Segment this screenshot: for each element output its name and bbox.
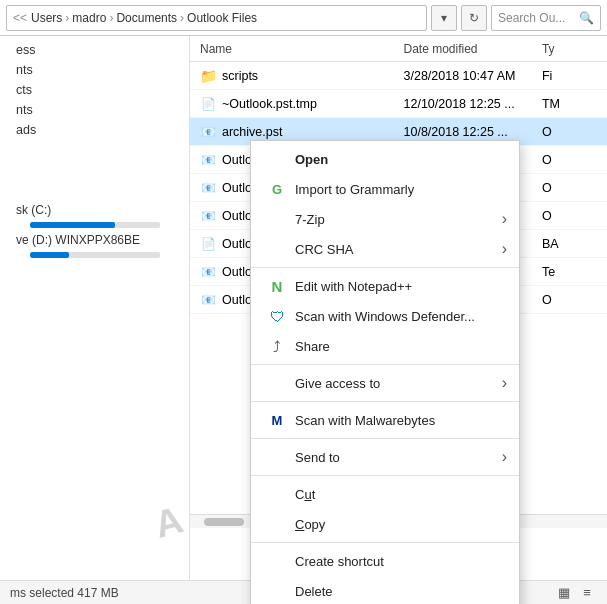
- pst-icon: 📧: [200, 208, 216, 224]
- ctx-notepad-label: Edit with Notepad++: [295, 279, 503, 294]
- refresh-button[interactable]: ↻: [461, 5, 487, 31]
- ctx-malware-label: Scan with Malwarebytes: [295, 413, 503, 428]
- cut-icon: [267, 484, 287, 504]
- file-type: O: [542, 293, 607, 307]
- delete-icon: [267, 581, 287, 601]
- tmp-icon: 📄: [200, 236, 216, 252]
- file-type: TM: [542, 97, 607, 111]
- ctx-send-to[interactable]: Send to: [251, 442, 519, 472]
- column-headers: Name Date modified Ty: [190, 36, 607, 62]
- file-type: O: [542, 125, 607, 139]
- sidebar-item-nts2[interactable]: nts: [0, 100, 189, 120]
- hscroll-thumb[interactable]: [204, 518, 244, 526]
- col-header-date[interactable]: Date modified: [404, 42, 542, 56]
- grammarly-icon: G: [267, 179, 287, 199]
- ctx-defender-label: Scan with Windows Defender...: [295, 309, 503, 324]
- pst-icon: 📧: [200, 180, 216, 196]
- ctx-import-label: Import to Grammarly: [295, 182, 503, 197]
- crc-icon: [267, 239, 287, 259]
- addr-users: Users: [31, 11, 62, 25]
- search-box[interactable]: Search Ou... 🔍: [491, 5, 601, 31]
- copy-icon: [267, 514, 287, 534]
- drive-c[interactable]: sk (C:): [0, 200, 189, 220]
- sidebar-item-cts[interactable]: cts: [0, 80, 189, 100]
- ctx-divider-3: [251, 401, 519, 402]
- tmp-icon: 📄: [200, 96, 216, 112]
- sidebar-item-nts[interactable]: nts: [0, 60, 189, 80]
- addr-back: <<: [13, 11, 27, 25]
- file-type: Fi: [542, 69, 607, 83]
- addr-outlook-files: Outlook Files: [187, 11, 257, 25]
- file-type: O: [542, 209, 607, 223]
- ctx-edit-notepad[interactable]: N Edit with Notepad++: [251, 271, 519, 301]
- ctx-scan-defender[interactable]: 🛡 Scan with Windows Defender...: [251, 301, 519, 331]
- sidebar-item-ess[interactable]: ess: [0, 40, 189, 60]
- ctx-delete[interactable]: Delete: [251, 576, 519, 604]
- file-row[interactable]: 📁 scripts 3/28/2018 10:47 AM Fi: [190, 62, 607, 90]
- col-header-type[interactable]: Ty: [542, 42, 607, 56]
- ctx-divider-1: [251, 267, 519, 268]
- addr-madro: madro: [72, 11, 106, 25]
- 7zip-icon: [267, 209, 287, 229]
- file-type: O: [542, 181, 607, 195]
- drive-d-bar: [0, 250, 189, 260]
- ctx-divider-2: [251, 364, 519, 365]
- ctx-send-to-label: Send to: [295, 450, 503, 465]
- file-date: 10/8/2018 12:25 ...: [404, 125, 542, 139]
- ctx-divider-6: [251, 542, 519, 543]
- shortcut-icon: [267, 551, 287, 571]
- search-placeholder: Search Ou...: [498, 11, 565, 25]
- send-to-icon: [267, 447, 287, 467]
- ctx-copy[interactable]: Copy: [251, 509, 519, 539]
- ctx-import-grammarly[interactable]: G Import to Grammarly: [251, 174, 519, 204]
- drive-d[interactable]: ve (D:) WINXPPX86BE: [0, 230, 189, 250]
- file-row[interactable]: 📄 ~Outlook.pst.tmp 12/10/2018 12:25 ... …: [190, 90, 607, 118]
- file-name: archive.pst: [222, 125, 282, 139]
- search-icon[interactable]: 🔍: [579, 11, 594, 25]
- file-date: 3/28/2018 10:47 AM: [404, 69, 542, 83]
- ctx-cut[interactable]: Cut: [251, 479, 519, 509]
- list-view-icon[interactable]: ≡: [577, 583, 597, 603]
- ctx-copy-label: Copy: [295, 517, 503, 532]
- dropdown-button[interactable]: ▾: [431, 5, 457, 31]
- ctx-crc-label: CRC SHA: [295, 242, 503, 257]
- status-text: ms selected 417 MB: [10, 586, 119, 600]
- notepad-icon: N: [267, 276, 287, 296]
- address-path: << Users › madro › Documents › Outlook F…: [6, 5, 427, 31]
- ctx-share-label: Share: [295, 339, 503, 354]
- file-type: O: [542, 153, 607, 167]
- drive-c-bar: [0, 220, 189, 230]
- addr-documents: Documents: [116, 11, 177, 25]
- sidebar: ess nts cts nts ads sk (C:) ve (D:) WINX…: [0, 36, 190, 580]
- give-access-icon: [267, 373, 287, 393]
- sidebar-item-ads[interactable]: ads: [0, 120, 189, 140]
- ctx-open[interactable]: Open: [251, 144, 519, 174]
- malware-icon: M: [267, 410, 287, 430]
- ctx-share[interactable]: ⤴ Share: [251, 331, 519, 361]
- ctx-7zip[interactable]: 7-Zip: [251, 204, 519, 234]
- pst-icon: 📧: [200, 124, 216, 140]
- file-name: ~Outlook.pst.tmp: [222, 97, 317, 111]
- file-type: BA: [542, 237, 607, 251]
- pst-icon: 📧: [200, 152, 216, 168]
- folder-icon: 📁: [200, 68, 216, 84]
- ctx-crc-sha[interactable]: CRC SHA: [251, 234, 519, 264]
- ctx-create-shortcut[interactable]: Create shortcut: [251, 546, 519, 576]
- file-type: Te: [542, 265, 607, 279]
- address-bar: << Users › madro › Documents › Outlook F…: [0, 0, 607, 36]
- col-header-name[interactable]: Name: [190, 42, 404, 56]
- ctx-divider-5: [251, 475, 519, 476]
- pst-icon: 📧: [200, 264, 216, 280]
- explorer-window: << Users › madro › Documents › Outlook F…: [0, 0, 607, 604]
- file-date: 12/10/2018 12:25 ...: [404, 97, 542, 111]
- status-bar-icons: ▦ ≡: [554, 583, 597, 603]
- context-menu: Open G Import to Grammarly 7-Zip CRC SHA…: [250, 140, 520, 604]
- ctx-scan-malware[interactable]: M Scan with Malwarebytes: [251, 405, 519, 435]
- grid-view-icon[interactable]: ▦: [554, 583, 574, 603]
- open-icon: [267, 149, 287, 169]
- file-name: scripts: [222, 69, 258, 83]
- share-icon: ⤴: [267, 336, 287, 356]
- ctx-7zip-label: 7-Zip: [295, 212, 503, 227]
- ctx-cut-label: Cut: [295, 487, 503, 502]
- ctx-give-access[interactable]: Give access to: [251, 368, 519, 398]
